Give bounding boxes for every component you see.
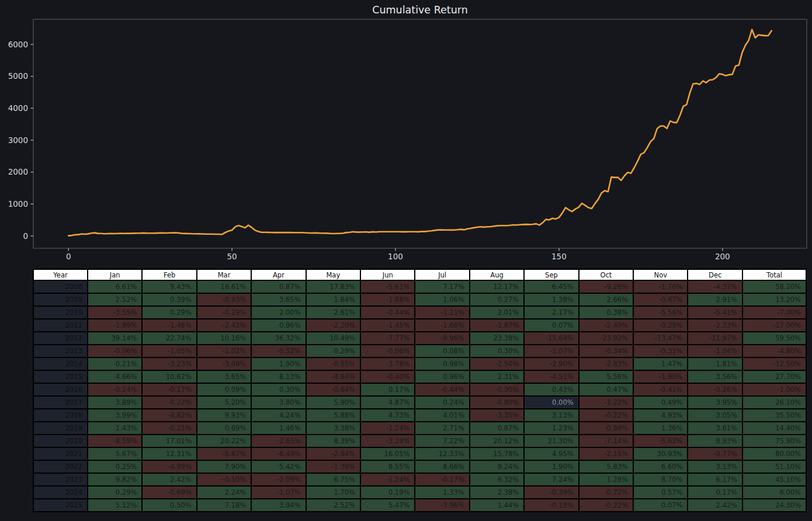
monthly-return-cell: -5.41% <box>688 306 742 319</box>
monthly-return-cell: -0.67% <box>633 293 688 306</box>
table-header-dec: Dec <box>688 269 742 280</box>
monthly-return-cell: -9.26% <box>579 280 633 293</box>
monthly-return-cell: 2.17% <box>524 306 578 319</box>
monthly-return-cell: 1.38% <box>524 293 578 306</box>
monthly-return-cell: 1.47% <box>633 357 688 370</box>
table-header-jun: Jun <box>360 269 415 280</box>
monthly-return-cell: -0.24% <box>88 383 142 396</box>
monthly-return-cell: -4.51% <box>524 370 578 383</box>
monthly-return-cell: 0.30% <box>251 383 306 396</box>
monthly-return-cell: -1.02% <box>197 345 251 357</box>
total-return-cell: 26.10% <box>742 396 806 409</box>
x-axis-tick-label: 0 <box>66 252 71 261</box>
monthly-return-cell: -2.20% <box>306 319 360 332</box>
monthly-return-cell: 2.52% <box>306 499 360 512</box>
monthly-return-cell: 3.56% <box>688 370 742 383</box>
monthly-return-cell: -3.78% <box>360 357 415 370</box>
table-row-2012: 201239.14%22.74%10.16%36.32%10.49%-7.77%… <box>33 332 806 345</box>
monthly-return-cell: 36.32% <box>251 332 306 345</box>
table-row-2016: 2016-0.24%-0.17%0.09%0.30%-0.64%0.17%-0.… <box>33 383 806 396</box>
monthly-return-cell: -2.50% <box>470 357 524 370</box>
monthly-return-cell: -0.69% <box>142 486 196 499</box>
y-axis-tick-label: 6000 <box>8 40 28 49</box>
monthly-return-cell: 2.66% <box>579 293 633 306</box>
monthly-return-cell: -1.46% <box>142 319 196 332</box>
monthly-return-cell: 0.47% <box>579 383 633 396</box>
monthly-return-cell: 8.55% <box>360 460 415 473</box>
monthly-return-cell: -0.89% <box>579 422 633 435</box>
monthly-return-cell: -0.64% <box>306 383 360 396</box>
monthly-return-cell: 2.61% <box>306 306 360 319</box>
monthly-return-cell: 3.95% <box>688 396 742 409</box>
monthly-return-cell: -0.40% <box>360 370 415 383</box>
total-return-cell: 51.10% <box>742 460 806 473</box>
table-row-2025: 20255.12%0.50%7.18%3.94%2.52%5.47%-3.96%… <box>33 499 806 512</box>
monthly-return-cell: 1.36% <box>633 422 688 435</box>
table-row-2010: 2010-3.55%0.29%-0.29%2.00%2.61%-0.44%-1.… <box>33 306 806 319</box>
monthly-return-cell: -1.99% <box>88 319 142 332</box>
monthly-return-cell: 3.65% <box>251 293 306 306</box>
monthly-return-cell: 8.70% <box>633 473 688 486</box>
year-cell: 2015 <box>33 370 88 383</box>
monthly-return-cell: 2.31% <box>470 370 524 383</box>
monthly-return-cell: 3.80% <box>251 396 306 409</box>
monthly-return-cell: 0.69% <box>197 422 251 435</box>
monthly-return-cell: 30.93% <box>633 447 688 460</box>
monthly-return-cell: 2.24% <box>197 486 251 499</box>
monthly-return-cell: 10.49% <box>306 332 360 345</box>
monthly-return-cell: 4.93% <box>633 409 688 422</box>
monthly-return-cell: 6.17% <box>688 473 742 486</box>
y-axis-tick-label: 4000 <box>8 103 28 113</box>
monthly-return-cell: 0.87% <box>251 280 306 293</box>
monthly-return-cell: 9.82% <box>88 473 142 486</box>
monthly-return-cell: 5.42% <box>251 460 306 473</box>
monthly-return-cell: 0.50% <box>142 499 196 512</box>
monthly-return-cell: 4.95% <box>524 447 578 460</box>
table-header-total: Total <box>742 269 806 280</box>
monthly-return-cell: 6.75% <box>306 473 360 486</box>
table-row-2015: 20154.66%10.62%3.65%8.13%-4.94%-0.40%0.9… <box>33 370 806 383</box>
monthly-return-cell: 0.87% <box>470 422 524 435</box>
monthly-return-cell: 2.42% <box>688 499 742 512</box>
monthly-return-cell: 12.17% <box>470 280 524 293</box>
x-axis-tick-label: 150 <box>551 252 567 261</box>
table-header-mar: Mar <box>197 269 251 280</box>
monthly-return-cell: -0.17% <box>142 383 196 396</box>
monthly-return-cell: 8.66% <box>415 460 469 473</box>
monthly-return-cell: -2.94% <box>306 447 360 460</box>
monthly-return-cell: -2.65% <box>251 435 306 447</box>
monthly-return-cell: 5.12% <box>88 499 142 512</box>
monthly-return-cell: 4.66% <box>88 370 142 383</box>
total-return-cell: -1.00% <box>742 383 806 396</box>
total-return-cell: 75.90% <box>742 435 806 447</box>
monthly-return-cell: 3.05% <box>688 409 742 422</box>
monthly-return-cell: 12.31% <box>142 447 196 460</box>
year-cell: 2022 <box>33 460 88 473</box>
monthly-return-cell: -7.77% <box>360 332 415 345</box>
year-cell: 2011 <box>33 319 88 332</box>
monthly-return-cell: 0.07% <box>633 499 688 512</box>
table-row-2019: 20191.43%-0.21%0.69%1.46%3.38%-1.24%2.71… <box>33 422 806 435</box>
monthly-return-cell: -1.07% <box>251 486 306 499</box>
monthly-return-cell: 0.30% <box>470 345 524 357</box>
monthly-return-cell: -1.05% <box>142 345 196 357</box>
monthly-return-cell: -8.59% <box>88 435 142 447</box>
monthly-return-cell: 16.05% <box>360 447 415 460</box>
monthly-return-cell: 10.16% <box>197 332 251 345</box>
monthly-return-cell: 4.87% <box>360 396 415 409</box>
table-row-2021: 20215.67%12.31%-5.67%-6.49%-2.94%16.05%1… <box>33 447 806 460</box>
monthly-return-cell: -1.66% <box>415 319 469 332</box>
monthly-return-cell: 0.29% <box>142 306 196 319</box>
monthly-return-cell: -0.80% <box>470 396 524 409</box>
monthly-return-cell: -5.62% <box>633 435 688 447</box>
table-row-2023: 20239.82%2.42%-0.10%-2.09%6.75%-1.24%-0.… <box>33 473 806 486</box>
monthly-return-cell: 5.90% <box>306 396 360 409</box>
monthly-return-cell: 9.93% <box>197 409 251 422</box>
monthly-return-cell: -6.49% <box>251 447 306 460</box>
monthly-return-cell: 2.38% <box>470 486 524 499</box>
monthly-return-cell: 10.62% <box>142 370 196 383</box>
monthly-return-cell: 2.42% <box>142 473 196 486</box>
monthly-return-cell: 0.98% <box>415 357 469 370</box>
monthly-return-cell: 8.39% <box>306 435 360 447</box>
monthly-return-cell: -0.52% <box>251 345 306 357</box>
